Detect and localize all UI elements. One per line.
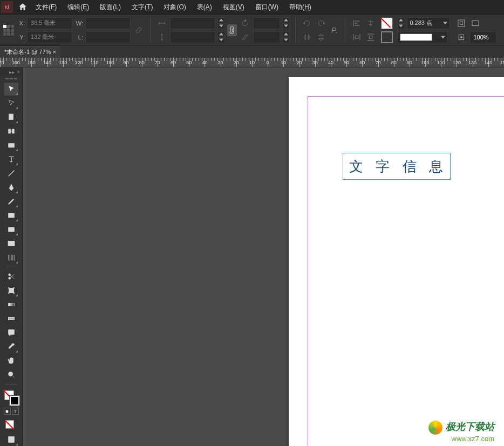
line-tool[interactable] <box>4 167 18 180</box>
type-tool[interactable] <box>4 153 18 166</box>
reference-point-grid[interactable] <box>3 25 14 36</box>
pencil-tool[interactable] <box>4 195 18 208</box>
align-center-icon[interactable] <box>365 17 377 29</box>
x-field[interactable]: 38.5 毫米 <box>27 17 72 29</box>
menu-t[interactable]: 文字(T) <box>126 0 158 15</box>
workspace: ▸▸ × <box>0 67 504 446</box>
svg-point-6 <box>11 187 12 188</box>
svg-rect-3 <box>472 21 479 25</box>
fit-frame-icon[interactable] <box>455 17 467 29</box>
canvas-area[interactable]: 文 字 信 息 <box>23 67 504 446</box>
flip-h-icon[interactable] <box>301 31 313 43</box>
gradient-feather-tool[interactable] <box>4 312 18 325</box>
default-fill-stroke[interactable] <box>3 419 19 432</box>
svg-rect-22 <box>8 330 14 335</box>
menu-e[interactable]: 编辑(E) <box>62 0 94 15</box>
stroke-style-field[interactable] <box>397 31 448 43</box>
scale-y-icon[interactable] <box>156 31 168 43</box>
stroke-weight-stepper[interactable] <box>397 17 405 29</box>
rotate-cw-icon[interactable] <box>315 17 327 29</box>
menu-v[interactable]: 视图(V) <box>217 0 250 15</box>
document-tab[interactable]: *未命名-1 @ 77% × <box>0 46 60 58</box>
flip-v-icon[interactable] <box>315 31 327 43</box>
svg-rect-9 <box>8 241 15 246</box>
text-char: 信 <box>403 157 418 176</box>
shear-field[interactable] <box>253 31 280 43</box>
selection-tool[interactable] <box>4 83 18 96</box>
gap-tool[interactable] <box>4 125 18 138</box>
stroke-swatch[interactable] <box>381 31 393 43</box>
expand-panel-icon[interactable]: ▸▸ <box>9 69 15 75</box>
svg-point-23 <box>8 372 12 376</box>
rotate-icon[interactable] <box>239 17 251 29</box>
scale-x-icon[interactable] <box>156 17 168 29</box>
page[interactable]: 文 字 信 息 <box>289 77 504 446</box>
scissors-tool[interactable] <box>4 270 18 283</box>
svg-rect-17 <box>8 303 14 306</box>
scale-y-stepper[interactable] <box>217 31 225 43</box>
hand-tool[interactable] <box>4 354 18 367</box>
svg-rect-8 <box>8 227 14 232</box>
direct-selection-tool[interactable] <box>4 97 18 110</box>
zoom-tool[interactable] <box>4 368 18 381</box>
svg-rect-12 <box>9 288 13 293</box>
rectangle-frame-tool[interactable] <box>4 209 18 222</box>
svg-point-16 <box>13 293 14 294</box>
note-tool[interactable] <box>4 326 18 339</box>
align-left-icon[interactable] <box>351 17 363 29</box>
shear-stepper[interactable] <box>282 31 290 43</box>
eyedropper-tool[interactable] <box>4 340 18 353</box>
distribute-v-icon[interactable] <box>365 31 377 43</box>
svg-point-13 <box>8 287 9 288</box>
svg-point-14 <box>13 287 14 288</box>
screen-mode-icon[interactable] <box>469 17 481 29</box>
y-field[interactable]: 132 毫米 <box>27 31 72 43</box>
text-char: 字 <box>376 157 391 176</box>
text-char: 息 <box>429 157 444 176</box>
attach-icon[interactable] <box>227 24 237 36</box>
view-mode-tool[interactable] <box>4 433 18 446</box>
fill-swatch[interactable] <box>381 17 393 29</box>
zoom-field[interactable]: 100% <box>469 31 496 43</box>
apply-text-icon[interactable]: T <box>12 408 19 415</box>
control-bar: X: 38.5 毫米 Y: 132 毫米 W: L: <box>0 15 504 46</box>
menu-l[interactable]: 版面(L) <box>94 0 126 15</box>
menu-w[interactable]: 窗口(W) <box>250 0 284 15</box>
scale-x-stepper[interactable] <box>217 17 225 29</box>
fill-stroke-swatches[interactable] <box>3 389 19 406</box>
rectangle-tool[interactable] <box>4 223 18 236</box>
menu-f[interactable]: 文件(F) <box>30 0 62 15</box>
stroke-weight-field[interactable]: 0.283 点 <box>407 17 450 29</box>
toolbox: ■ T <box>0 76 22 446</box>
menubar: Id 文件(F)编辑(E)版面(L)文字(T)对象(O)表(A)视图(V)窗口(… <box>0 0 504 15</box>
scale-y-field[interactable] <box>170 31 215 43</box>
content-collector-tool[interactable] <box>4 139 18 152</box>
h-field[interactable] <box>85 31 131 43</box>
horizontal-ruler[interactable]: 1701601501401301201101009080706050403020… <box>0 58 504 67</box>
gradient-swatch-tool[interactable] <box>4 298 18 311</box>
shear-icon[interactable] <box>239 31 251 43</box>
menu-o[interactable]: 对象(O) <box>158 0 191 15</box>
page-tool[interactable] <box>4 111 18 124</box>
pen-tool[interactable] <box>4 181 18 194</box>
free-transform-tool[interactable] <box>4 284 18 297</box>
close-panel-icon[interactable]: × <box>17 69 20 75</box>
text-char: 文 <box>349 157 364 176</box>
rotate-ccw-icon[interactable] <box>301 17 313 29</box>
w-field[interactable] <box>85 17 131 29</box>
apply-color-icon[interactable]: ■ <box>4 408 11 415</box>
distribute-h-icon[interactable] <box>351 31 363 43</box>
link-wh-icon[interactable] <box>133 24 145 36</box>
rotate-stepper[interactable] <box>282 17 290 29</box>
text-frame[interactable]: 文 字 信 息 <box>343 153 451 180</box>
table-tool[interactable] <box>4 237 18 250</box>
fit-content-icon[interactable] <box>455 31 467 43</box>
scale-x-field[interactable] <box>170 17 215 29</box>
grid-tool[interactable] <box>4 251 18 264</box>
home-icon[interactable] <box>15 0 30 15</box>
menu-h[interactable]: 帮助(H) <box>284 0 317 15</box>
rotate-field[interactable] <box>253 17 280 29</box>
svg-point-15 <box>8 293 9 294</box>
menu-a[interactable]: 表(A) <box>192 0 217 15</box>
paragraph-style-icon[interactable]: P. <box>331 26 337 35</box>
